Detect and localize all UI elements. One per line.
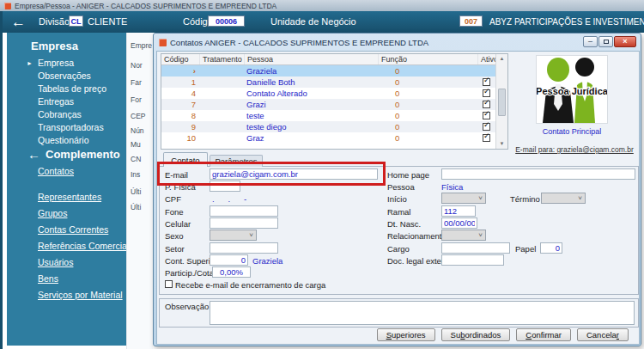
contact-photo: Pessoa Jurídica (536, 55, 608, 124)
ativo-checkbox[interactable]: ✓ (483, 123, 490, 131)
cell-pessoa: Danielle Both (245, 77, 379, 87)
dt-nasc-label: Dt. Nasc. (387, 219, 421, 229)
table-row[interactable]: › Graziela 0 ✓ (161, 65, 495, 77)
sidebar-link-usuarios[interactable]: Usuários (38, 254, 133, 271)
cell-codigo: 4 (161, 89, 200, 98)
background-label: Ins (131, 170, 140, 179)
sidebar-link-referencias-comerciais[interactable]: Referências Comerciais (38, 238, 133, 254)
table-row[interactable]: 10 Graz 0 ✓ (161, 132, 495, 144)
observacao-textarea[interactable] (210, 301, 635, 325)
cpf-label: CPF (165, 194, 181, 204)
sidebar-link-representantes[interactable]: Representantes (38, 189, 133, 205)
home-page-input[interactable] (441, 168, 635, 180)
dialog-title: Contatos ANIGER - CALCADOS SUPRIMENTOS E… (170, 38, 428, 47)
celular-label: Celular (165, 219, 191, 229)
confirmar-button[interactable]: Confirmar (516, 328, 571, 341)
table-row[interactable]: 9 teste diego 0 ✓ (161, 121, 495, 132)
column-header-funcao[interactable]: Função (379, 54, 478, 64)
close-button[interactable]: × (614, 36, 636, 47)
sidebar-item-transportadoras[interactable]: Transportadoras (38, 121, 106, 134)
cargo-input[interactable] (441, 242, 510, 254)
background-label: Far (131, 78, 142, 87)
division-label: Divisão (39, 16, 70, 27)
ativo-checkbox[interactable]: ✓ (483, 101, 490, 108)
ativo-checkbox[interactable]: ✓ (483, 112, 490, 119)
sidebar-link-contas-correntes[interactable]: Contas Correntes (38, 222, 133, 238)
scrollbar-thumb[interactable] (498, 89, 506, 116)
subordinados-button[interactable]: Subordinados (441, 328, 511, 341)
maximize-button[interactable] (598, 36, 613, 47)
primary-contact-link[interactable]: Contato Principal (518, 127, 626, 136)
sidebar-item-label: Tabelas de preço (38, 83, 106, 94)
particip-input[interactable] (212, 266, 251, 278)
division-code-input[interactable]: CL (69, 15, 83, 27)
code-input[interactable]: 00006 (208, 15, 245, 27)
sexo-select[interactable]: ˅ (210, 230, 257, 241)
table-row[interactable]: 8 teste 0 ✓ (161, 110, 495, 121)
chevron-down-icon: ˅ (249, 232, 253, 239)
inicio-select[interactable]: ˅ (441, 193, 486, 204)
cont-superior-input[interactable] (210, 254, 248, 266)
termino-select[interactable]: ˅ (541, 193, 586, 204)
tab-parametros[interactable]: Parâmetros (210, 155, 263, 167)
relacionamento-select[interactable]: ˅ (441, 230, 486, 241)
column-header-tratamento[interactable]: Tratamento (200, 54, 245, 64)
dialog-titlebar[interactable]: Contatos ANIGER - CALCADOS SUPRIMENTOS E… (154, 34, 641, 51)
fone-label: Fone (165, 207, 184, 217)
ativo-checkbox[interactable]: ✓ (483, 78, 490, 86)
dt-nasc-input[interactable] (441, 217, 477, 229)
application-window: Empresa/Pessoa - ANIGER - CALCADOS SUPRI… (0, 0, 644, 349)
sidebar-link-grupos[interactable]: Grupos (38, 205, 133, 222)
termino-label: Término (510, 194, 540, 204)
sidebar-item-label: Questionário (38, 135, 89, 145)
email-to-link[interactable]: E-mail para: graziela@cigam.com.br (508, 145, 641, 154)
check-icon: ✓ (483, 77, 490, 84)
back-arrow-icon[interactable]: ← (11, 11, 26, 33)
column-header-codigo[interactable]: Código (161, 54, 200, 64)
ativo-checkbox[interactable]: ✓ (483, 89, 490, 97)
sidebar-item-observacoes[interactable]: Observações (38, 70, 106, 83)
grid-scrollbar[interactable]: ▲ ▼ (495, 54, 507, 149)
superiores-button[interactable]: Superiores (377, 328, 435, 341)
table-row[interactable]: 4 Contato Alterado 0 ✓ (161, 88, 495, 99)
division-name: CLIENTE (88, 16, 127, 27)
papel-input[interactable] (540, 242, 562, 254)
sidebar-item-empresa[interactable]: ► Empresa (38, 57, 106, 70)
sidebar-link-servicos-por-material[interactable]: Serviços por Material (38, 287, 133, 303)
sidebar-item-cobrancas[interactable]: Cobranças (38, 108, 106, 121)
sidebar-item-tabelas-de-preco[interactable]: Tabelas de preço (38, 83, 106, 95)
cancelar-button[interactable]: Cancelar (577, 328, 629, 341)
email-input[interactable] (210, 168, 378, 180)
fone-input[interactable] (210, 205, 278, 217)
scroll-up-icon[interactable]: ▲ (496, 54, 507, 64)
tab-contato[interactable]: Contato (163, 152, 208, 167)
business-unit-code-input[interactable]: 007 (459, 15, 483, 27)
cell-pessoa: Grazi (245, 100, 379, 109)
doc-legal-input[interactable] (441, 254, 504, 266)
sidebar-link-contatos[interactable]: Contatos (38, 166, 74, 176)
table-row[interactable]: 7 Grazi 0 ✓ (161, 99, 495, 110)
ativo-checkbox[interactable]: ✓ (483, 134, 490, 142)
column-header-pessoa[interactable]: Pessoa (245, 54, 379, 64)
sexo-label: Sexo (165, 231, 184, 241)
cell-pessoa: teste (245, 111, 379, 120)
table-row[interactable]: 1 Danielle Both 0 ✓ (161, 77, 495, 88)
sidebar-item-entregas[interactable]: Entregas (38, 95, 106, 108)
sidebar: Empresa ► Empresa Observações Tabelas de… (7, 33, 126, 346)
top-navbar: ← Divisão CL CLIENTE Código 00006 Unidad… (0, 11, 644, 33)
column-header-ativo[interactable]: Ativo (478, 54, 495, 64)
cell-pessoa: Graziela (245, 66, 379, 76)
sidebar-section-complemento[interactable]: ← Complemento (27, 148, 120, 161)
sidebar-section-empresa-title: Empresa (31, 40, 78, 52)
sidebar-link-bens[interactable]: Bens (38, 271, 133, 287)
celular-input[interactable] (210, 217, 278, 229)
minimize-button[interactable]: – (583, 36, 598, 47)
setor-input[interactable] (210, 242, 278, 254)
p-fisica-input[interactable] (210, 181, 240, 192)
ramal-input[interactable] (441, 205, 476, 217)
scroll-down-icon[interactable]: ▼ (496, 139, 507, 149)
sidebar-item-label: Empresa (38, 58, 74, 68)
recebe-email-checkbox[interactable] (165, 280, 173, 288)
grid-header: Código Tratamento Pessoa Função Ativo (161, 54, 495, 65)
sidebar-item-questionario[interactable]: Questionário (38, 134, 106, 147)
